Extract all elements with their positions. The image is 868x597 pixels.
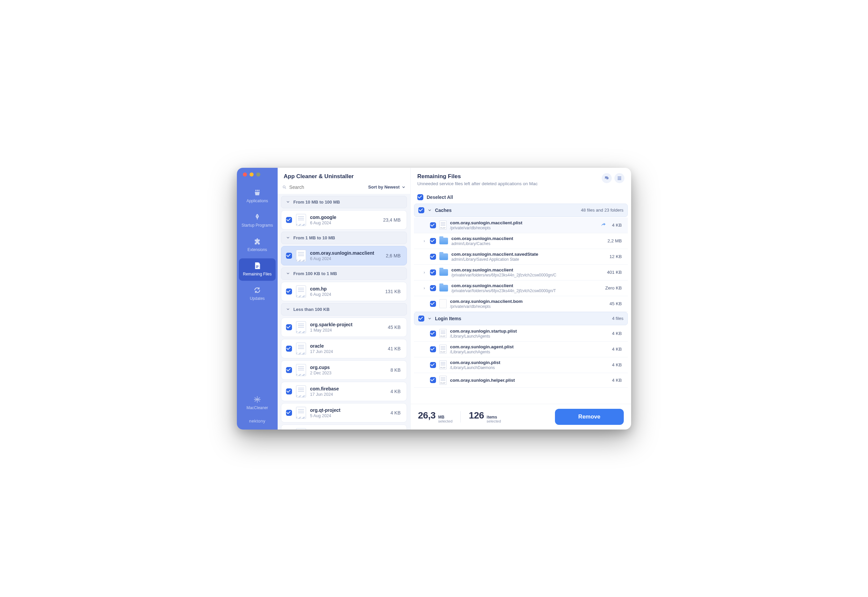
chat-icon: [604, 175, 609, 181]
file-checkbox[interactable]: [430, 301, 436, 307]
app-size: 2,6 MB: [386, 253, 402, 258]
file-row[interactable]: com.oray.sunlogin.startup.plist /Library…: [414, 326, 628, 342]
file-size: 4 KB: [610, 223, 624, 228]
svg-rect-4: [618, 177, 621, 177]
app-checkbox[interactable]: [286, 217, 292, 223]
file-row[interactable]: › com.oray.sunlogin.macclient /private/v…: [414, 281, 628, 296]
share-icon[interactable]: [601, 222, 607, 229]
app-checkbox[interactable]: [286, 346, 292, 352]
sidebar: Applications Startup Programs Extensions…: [237, 168, 278, 429]
selected-count-value: 126: [469, 410, 484, 421]
sort-button[interactable]: Sort by Newest: [368, 184, 406, 190]
file-checkbox[interactable]: [430, 362, 436, 368]
remove-button[interactable]: Remove: [555, 409, 624, 425]
app-size: 45 KB: [388, 325, 402, 330]
app-row[interactable]: net.java: [281, 425, 407, 429]
app-row[interactable]: org.qt-project 5 Aug 2024 4 KB: [281, 403, 407, 423]
file-row[interactable]: com.oray.sunlogin.macclient.plist /priva…: [414, 218, 628, 233]
panel-title: App Cleaner & Uninstaller: [284, 173, 404, 180]
group-header[interactable]: From 100 KB to 1 MB: [281, 267, 407, 280]
search-field[interactable]: [282, 184, 366, 190]
file-size: 2,2 MB: [606, 238, 624, 244]
app-row[interactable]: com.firebase 17 Jun 2024 4 KB: [281, 382, 407, 401]
file-size: 4 KB: [610, 362, 624, 367]
search-input[interactable]: [289, 184, 366, 190]
file-checkbox[interactable]: [430, 331, 436, 337]
document-icon: [296, 214, 306, 226]
zoom-window-button[interactable]: [256, 172, 260, 177]
section-checkbox[interactable]: [418, 316, 424, 322]
file-checkbox[interactable]: [430, 377, 436, 383]
document-icon: [296, 285, 306, 297]
chevron-down-icon: [428, 208, 432, 212]
file-row[interactable]: com.oray.sunlogin.macclient.bom /private…: [414, 296, 628, 312]
file-row[interactable]: com.oray.sunlogin.plist /Library/LaunchD…: [414, 357, 628, 373]
section-meta: 48 files and 23 folders: [581, 208, 624, 212]
sidebar-item-apps[interactable]: Applications: [239, 185, 276, 208]
minimize-window-button[interactable]: [250, 172, 253, 177]
group-header[interactable]: Less than 100 KB: [281, 303, 407, 316]
group-header[interactable]: From 1 MB to 10 MB: [281, 232, 407, 244]
sidebar-item-rocket[interactable]: Startup Programs: [239, 209, 276, 232]
sidebar-item-refresh[interactable]: Updates: [239, 283, 276, 305]
disclosure-triangle[interactable]: ›: [422, 270, 427, 275]
sidebar-item-puzzle[interactable]: Extensions: [239, 234, 276, 256]
app-row[interactable]: com.google 6 Aug 2024 23,4 MB: [281, 210, 407, 230]
plist-icon: [439, 345, 447, 353]
apps-icon: [253, 189, 261, 196]
file-size: 4 KB: [610, 378, 624, 383]
list-view-button[interactable]: [615, 173, 624, 183]
file-checkbox[interactable]: [430, 269, 436, 275]
file-section-header[interactable]: Caches 48 files and 23 folders: [414, 203, 628, 217]
app-row[interactable]: com.hp 6 Aug 2024 131 KB: [281, 282, 407, 301]
document-icon: [296, 364, 306, 376]
app-date: 2 Dec 2023: [310, 371, 387, 376]
file-section-header[interactable]: Login Items 4 files: [414, 312, 628, 325]
app-row[interactable]: org.cups 2 Dec 2023 8 KB: [281, 360, 407, 380]
app-checkbox[interactable]: [286, 388, 292, 394]
app-row[interactable]: com.oray.sunlogin.macclient 6 Aug 2024 2…: [281, 246, 407, 266]
app-checkbox[interactable]: [286, 410, 292, 416]
file-name: com.oray.sunlogin.macclient: [451, 236, 602, 241]
chat-button[interactable]: [602, 173, 612, 183]
file-row[interactable]: › com.oray.sunlogin.macclient admin/Libr…: [414, 233, 628, 249]
disclosure-triangle[interactable]: ›: [422, 286, 427, 291]
document-icon: [296, 343, 306, 355]
sidebar-item-label: Extensions: [247, 247, 267, 252]
file-name: com.oray.sunlogin.macclient.savedState: [451, 252, 604, 257]
sort-label: Sort by Newest: [368, 184, 400, 190]
file-size: Zero KB: [603, 285, 624, 291]
app-checkbox[interactable]: [286, 324, 292, 330]
sidebar-item-label: MacCleaner: [247, 405, 268, 410]
file-row[interactable]: com.oray.sunlogin.agent.plist /Library/L…: [414, 342, 628, 357]
section-checkbox[interactable]: [418, 207, 424, 213]
app-size: 8 KB: [391, 367, 402, 373]
svg-point-2: [283, 186, 285, 187]
files-list: Caches 48 files and 23 folders com.oray.…: [410, 203, 631, 404]
app-row[interactable]: org.sparkle-project 1 May 2024 45 KB: [281, 318, 407, 337]
plist-icon: [439, 376, 447, 385]
group-header[interactable]: From 10 MB to 100 MB: [281, 196, 407, 208]
close-window-button[interactable]: [243, 172, 247, 177]
plist-icon: [439, 221, 447, 230]
app-size: 23,4 MB: [383, 217, 402, 223]
deselect-all-checkbox[interactable]: [417, 194, 423, 200]
file-checkbox[interactable]: [430, 346, 436, 352]
document-icon: [296, 385, 306, 398]
file-checkbox[interactable]: [430, 285, 436, 291]
app-checkbox[interactable]: [286, 367, 292, 373]
file-row[interactable]: › com.oray.sunlogin.macclient /private/v…: [414, 265, 628, 281]
file-row[interactable]: com.oray.sunlogin.helper.plist 4 KB: [414, 373, 628, 388]
file-checkbox[interactable]: [430, 222, 436, 228]
disclosure-triangle[interactable]: ›: [422, 239, 427, 244]
app-checkbox[interactable]: [286, 253, 292, 259]
app-row[interactable]: oracle 17 Jun 2024 41 KB: [281, 339, 407, 358]
app-checkbox[interactable]: [286, 288, 292, 294]
file-row[interactable]: com.oray.sunlogin.macclient.savedState a…: [414, 249, 628, 265]
file-name: com.oray.sunlogin.helper.plist: [450, 378, 607, 383]
file-checkbox[interactable]: [430, 254, 436, 260]
sidebar-item-file[interactable]: Remaining Files: [239, 258, 276, 281]
file-checkbox[interactable]: [430, 238, 436, 244]
sidebar-item-maccleaner[interactable]: MacCleaner: [245, 392, 270, 414]
file-path: /private/var/db/receipts: [450, 304, 604, 309]
